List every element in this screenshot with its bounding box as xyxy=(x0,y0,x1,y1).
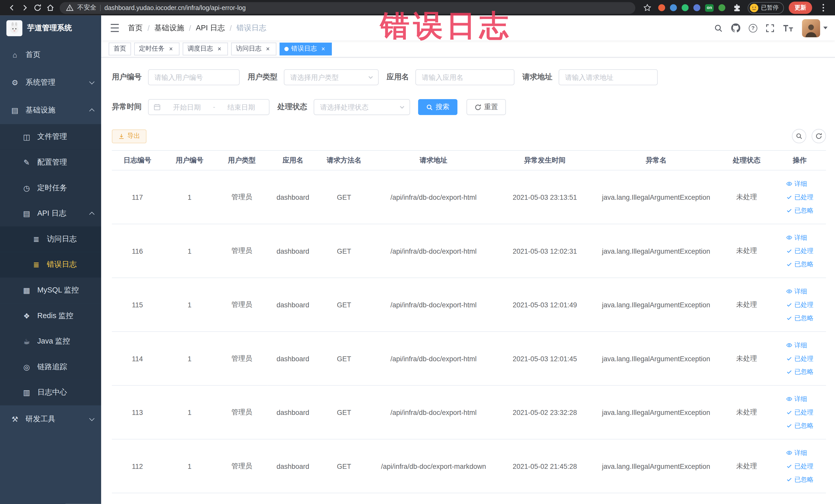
sidebar-item-redis-monitor[interactable]: ❖Redis 监控 xyxy=(0,303,101,329)
close-icon[interactable]: × xyxy=(320,45,327,53)
cell-actions: 详细已处理已忽略 xyxy=(773,385,826,439)
extension-badge-icon[interactable]: on xyxy=(705,4,714,12)
request-url-input[interactable] xyxy=(558,69,658,85)
sidebar-item-system-mgmt[interactable]: ⚙系统管理 xyxy=(0,69,101,97)
bookmark-star-icon[interactable] xyxy=(641,1,653,14)
table-row: 1161管理员dashboardGET/api/infra/db-doc/exp… xyxy=(112,224,826,278)
detail-link[interactable]: 详细 xyxy=(786,395,807,403)
refresh-button[interactable] xyxy=(812,129,826,143)
extension-icon-3[interactable] xyxy=(682,4,689,11)
processed-link[interactable]: 已处理 xyxy=(786,354,813,363)
chevron-down-icon xyxy=(89,79,95,84)
ignored-link[interactable]: 已忽略 xyxy=(786,475,813,484)
user-type-select[interactable] xyxy=(284,69,379,85)
cell-app-name: dashboard xyxy=(267,385,318,439)
sidebar-item-mysql-monitor[interactable]: ▦MySQL 监控 xyxy=(0,278,101,303)
breadcrumb-item-3[interactable]: API 日志 xyxy=(196,23,225,33)
log-icon: ▤ xyxy=(22,209,31,218)
main-area: 首页/基础设施/API 日志/错误日志 ? xyxy=(101,15,835,504)
processed-link[interactable]: 已处理 xyxy=(786,300,813,309)
sidebar-item-home[interactable]: ⌂首页 xyxy=(0,41,101,69)
sidebar-item-log-center[interactable]: ▥日志中心 xyxy=(0,380,101,405)
font-size-icon[interactable] xyxy=(783,24,793,32)
back-icon[interactable] xyxy=(5,1,18,14)
extension-icon-2[interactable] xyxy=(670,4,677,11)
tab-error-log[interactable]: 错误日志× xyxy=(280,42,332,55)
reload-icon[interactable] xyxy=(31,1,44,14)
sidebar-item-dev-tools[interactable]: ⚒研发工具 xyxy=(0,405,101,433)
cell-url: /api/infra/db-doc/export-markdown xyxy=(370,439,497,493)
tab-home[interactable]: 首页 xyxy=(108,42,131,55)
sidebar-item-error-log[interactable]: ≣错误日志 xyxy=(0,252,101,278)
search-toggle-button[interactable] xyxy=(792,129,806,143)
url-text: dashboard.yudao.iocoder.cn/infra/log/api… xyxy=(104,4,246,12)
check-icon xyxy=(786,248,792,254)
detail-link[interactable]: 详细 xyxy=(786,341,807,350)
sidebar-toggle-icon[interactable] xyxy=(101,15,128,41)
extension-icon-1[interactable] xyxy=(658,4,665,11)
detail-link[interactable]: 详细 xyxy=(786,448,807,457)
detail-link[interactable]: 详细 xyxy=(786,287,807,296)
app-logo: 芋道管理系统 xyxy=(0,15,101,41)
extension-icon-6[interactable] xyxy=(718,4,726,11)
processed-link[interactable]: 已处理 xyxy=(786,462,813,471)
home-icon[interactable] xyxy=(44,1,57,14)
app-name-input[interactable] xyxy=(415,69,514,85)
breadcrumb-item-1[interactable]: 首页 xyxy=(128,23,143,33)
tab-job[interactable]: 定时任务× xyxy=(134,42,179,55)
sidebar-item-file-mgmt[interactable]: ◫文件管理 xyxy=(0,124,101,150)
ignored-link[interactable]: 已忽略 xyxy=(786,314,813,322)
ignored-link[interactable]: 已忽略 xyxy=(786,367,813,377)
search-button[interactable]: 搜索 xyxy=(418,99,458,115)
user-id-input[interactable] xyxy=(148,69,240,85)
close-icon[interactable]: × xyxy=(216,45,223,53)
close-icon[interactable]: × xyxy=(264,45,271,53)
eye-icon xyxy=(786,396,792,402)
breadcrumb-item-2[interactable]: 基础设施 xyxy=(154,23,184,33)
sidebar-item-config-mgmt[interactable]: ✎配置管理 xyxy=(0,150,101,175)
cell-app-name: dashboard xyxy=(267,278,318,332)
close-icon[interactable]: × xyxy=(167,45,175,53)
tab-job-log[interactable]: 调度日志× xyxy=(183,42,228,55)
date-range-picker[interactable]: - xyxy=(148,99,269,115)
processed-link[interactable]: 已处理 xyxy=(786,246,813,256)
tab-access-log[interactable]: 访问日志× xyxy=(231,42,276,55)
update-button[interactable]: 更新 xyxy=(789,2,812,14)
user-menu[interactable] xyxy=(802,19,828,37)
address-bar[interactable]: 不安全 dashboard.yudao.iocoder.cn/infra/log… xyxy=(60,2,635,14)
processed-link[interactable]: 已处理 xyxy=(786,193,813,202)
extension-icon-4[interactable] xyxy=(694,4,700,11)
eye-icon xyxy=(786,288,792,295)
detail-link[interactable]: 详细 xyxy=(786,179,807,188)
reset-button[interactable]: 重置 xyxy=(466,99,506,115)
trace-icon: ◎ xyxy=(22,363,31,371)
sidebar-item-scheduled-job[interactable]: ◷定时任务 xyxy=(0,175,101,201)
chevron-up-icon xyxy=(89,108,95,114)
help-icon[interactable]: ? xyxy=(749,24,757,32)
ignored-link[interactable]: 已忽略 xyxy=(786,421,813,430)
fullscreen-icon[interactable] xyxy=(766,24,774,32)
end-date-input[interactable] xyxy=(219,103,264,111)
breadcrumb-separator: / xyxy=(148,24,150,32)
export-button[interactable]: 导出 xyxy=(112,129,147,143)
profile-paused-button[interactable]: 已暂停 xyxy=(748,2,784,14)
navbar: 首页/基础设施/API 日志/错误日志 ? xyxy=(101,15,835,41)
sidebar-item-access-log[interactable]: ≣访问日志 xyxy=(0,226,101,252)
start-date-input[interactable] xyxy=(164,103,210,111)
cell-status: 未处理 xyxy=(720,224,773,278)
forward-icon[interactable] xyxy=(18,1,31,14)
search-icon[interactable] xyxy=(714,24,722,32)
ignored-link[interactable]: 已忽略 xyxy=(786,260,813,268)
process-status-select[interactable] xyxy=(314,99,410,115)
browser-menu-icon[interactable] xyxy=(817,1,830,14)
sidebar-item-infrastructure[interactable]: ▤基础设施 xyxy=(0,97,101,124)
processed-link[interactable]: 已处理 xyxy=(786,408,813,417)
sidebar-item-api-log[interactable]: ▤API 日志 xyxy=(0,201,101,226)
ignored-link[interactable]: 已忽略 xyxy=(786,206,813,215)
sidebar-item-java-monitor[interactable]: ☕Java 监控 xyxy=(0,329,101,354)
github-icon[interactable] xyxy=(731,23,740,32)
sidebar-item-trace[interactable]: ◎链路追踪 xyxy=(0,354,101,380)
extensions-puzzle-icon[interactable] xyxy=(730,1,743,14)
detail-link[interactable]: 详细 xyxy=(786,233,807,242)
check-icon xyxy=(786,409,792,416)
